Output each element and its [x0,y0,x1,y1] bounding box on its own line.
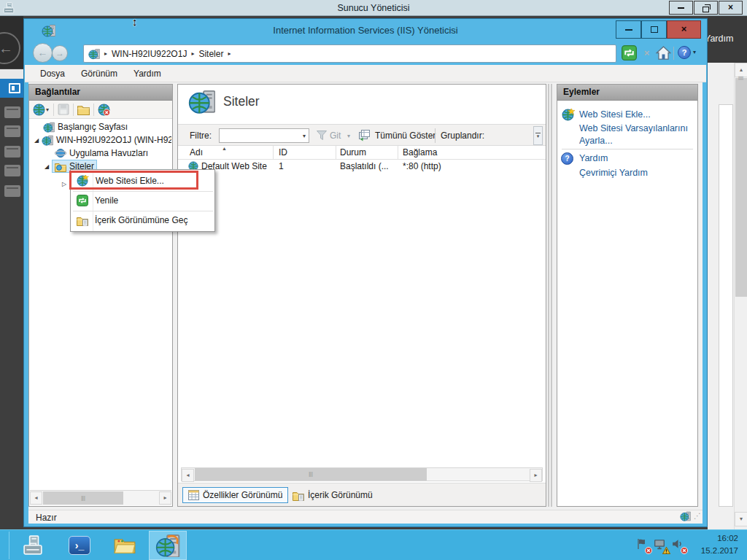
tray-action-center-icon[interactable] [635,538,650,553]
taskbar-powershell[interactable]: ›_ [63,531,96,560]
chevron-down-icon[interactable]: ▾ [46,106,49,113]
go-button[interactable]: Git [330,131,341,141]
tree-label: Başlangıç Sayfası [58,122,128,132]
vertical-resize-cursor: ↕ [132,15,138,28]
breadcrumb-item-sites[interactable]: Siteler [198,49,223,59]
column-header-name[interactable]: Adı [190,147,203,158]
sm-nav-icon[interactable] [4,106,20,118]
sm-nav-icon[interactable] [4,146,20,158]
sm-minimize-button[interactable] [669,1,693,15]
chevron-down-icon[interactable]: ▾ [303,133,306,139]
divider [9,532,9,559]
menu-dosya[interactable]: Dosya [32,67,73,80]
disconnect-globe-icon[interactable] [98,104,110,116]
sm-nav-icon[interactable] [4,125,20,137]
folder-up-icon[interactable] [77,104,90,115]
funnel-icon [317,131,327,140]
tray-network-icon[interactable] [654,538,668,553]
list-hscrollbar[interactable]: ◂ ||| ▸ [181,467,543,481]
iis-menu-bar: Dosya Görünüm Yardım [25,65,706,82]
expander-collapsed-icon[interactable]: ▷ [62,181,69,187]
server-manager-title: Sunucu Yöneticisi [0,0,747,16]
chevron-down-icon[interactable]: ▾ [693,49,696,55]
sites-list-pane: Siteler Filtre: ▾ Git ▾ Tümünü Göster Gr… [177,84,546,507]
scroll-up-icon[interactable]: ▴ [735,63,747,77]
back-arrow-icon[interactable]: ← [0,32,20,64]
action-online-help[interactable]: Çevrimiçi Yardım [579,168,648,178]
breadcrumb[interactable]: ▸ WIN-H92IU922O1J ▸ Siteler ▸ [83,44,616,63]
sm-nav-icon[interactable] [4,185,20,197]
refresh-button[interactable] [622,45,637,61]
taskbar-iis-manager-active[interactable] [149,531,187,560]
stop-button[interactable]: × [640,47,653,60]
forward-button[interactable]: → [52,45,68,61]
scroll-left-icon[interactable]: ◂ [182,469,194,482]
save-icon[interactable] [58,104,69,115]
scroll-right-icon[interactable]: ▸ [159,491,171,505]
iis-minimize-button[interactable] [616,20,641,39]
column-header-binding[interactable]: Bağlama [403,147,437,158]
action-set-website-defaults[interactable]: Web Sitesi Varsayılanlarını Ayarla... [579,122,694,147]
home-button[interactable] [656,45,671,61]
tree-item-start-page[interactable]: Başlangıç Sayfası [30,120,171,133]
sm-dashboard-tile[interactable] [0,79,23,98]
chevron-right-icon: ▸ [104,50,107,57]
scroll-right-icon[interactable]: ▸ [530,469,542,482]
sm-vertical-scrollbar[interactable]: ▴ ||| ▾ [734,63,747,529]
show-all-button[interactable]: Tümünü Göster [375,131,436,141]
connect-globe-icon[interactable] [33,104,45,116]
sm-close-button[interactable]: × [719,1,743,15]
server-manager-titlebar: Sunucu Yöneticisi × [0,0,747,16]
scroll-down-icon[interactable]: ▾ [735,512,747,526]
server-manager-right-strip: Yardım ▴ ||| ▾ [708,16,747,529]
tray-volume-icon[interactable] [671,538,686,553]
maximize-icon [651,26,658,33]
taskbar-server-manager[interactable] [16,531,50,560]
action-help[interactable]: Yardım [579,153,608,163]
iis-close-button[interactable]: × [667,20,701,39]
actions-header: Eylemler [557,85,697,101]
close-icon: × [681,23,687,34]
column-header-id[interactable]: ID [279,147,287,158]
filter-input[interactable]: ▾ [219,128,309,143]
pane-splitter[interactable] [551,84,552,507]
group-by-label: Gruplandır: [441,131,484,141]
back-button[interactable]: ← [33,43,53,63]
sm-help-menu[interactable]: Yardım [708,34,733,44]
tree-item-app-pools[interactable]: Uygulama Havuzları [30,147,171,160]
breadcrumb-site-icon [88,48,100,60]
scrollbar-thumb[interactable]: ||| [735,78,747,297]
taskbar-file-explorer[interactable] [108,531,142,560]
tab-features-view[interactable]: Özellikler Görünümü [182,487,288,503]
chevron-right-icon: ▸ [191,50,194,57]
tree-item-server[interactable]: ◢ WIN-H92IU922O1J (WIN-H92I [30,133,171,147]
connections-hscrollbar[interactable]: ◂ ||| ▸ [30,490,171,505]
scrollbar-thumb[interactable]: ||| [195,468,427,481]
taskbar-clock[interactable]: 16:02 15.2.2017 [690,532,743,557]
table-row[interactable]: Default Web Site 1 Başlatıldı (... *:80 … [178,160,546,173]
iis-titlebar[interactable]: Internet Information Services (IIS) Yöne… [24,19,707,42]
iis-maximize-button[interactable] [641,20,667,39]
menu-yardim[interactable]: Yardım [125,67,169,80]
tree-label: WIN-H92IU922O1J (WIN-H92I [56,135,171,145]
sm-restore-button[interactable] [694,1,718,15]
page-title: Siteler [223,94,260,109]
scrollbar-thumb[interactable]: ||| [43,491,123,505]
sm-toolbar-strip [0,69,23,79]
sm-nav-icon[interactable] [4,165,20,176]
chevron-down-icon[interactable]: ▾ [347,133,350,139]
action-add-website[interactable]: Web Sitesi Ekle... [579,109,651,120]
tab-content-view[interactable]: İçerik Görünümü [287,487,378,503]
column-header-status[interactable]: Durum [340,147,366,158]
toolbar-overflow-button[interactable]: ▾ [533,126,543,145]
breadcrumb-item-server[interactable]: WIN-H92IU922O1J [112,49,187,59]
resize-grip-icon[interactable]: ⋰ [694,512,702,520]
help-button[interactable]: ? [678,46,691,59]
menu-item-refresh[interactable]: Yenile [71,192,214,209]
menu-gorunum[interactable]: Görünüm [73,67,125,80]
menu-item-switch-content-view[interactable]: İçerik Görünümüne Geç [71,212,214,228]
pane-splitter[interactable] [548,84,549,507]
scroll-left-icon[interactable]: ◂ [30,491,42,505]
expander-expanded-icon[interactable]: ◢ [34,137,42,144]
expander-expanded-icon[interactable]: ◢ [44,163,52,170]
